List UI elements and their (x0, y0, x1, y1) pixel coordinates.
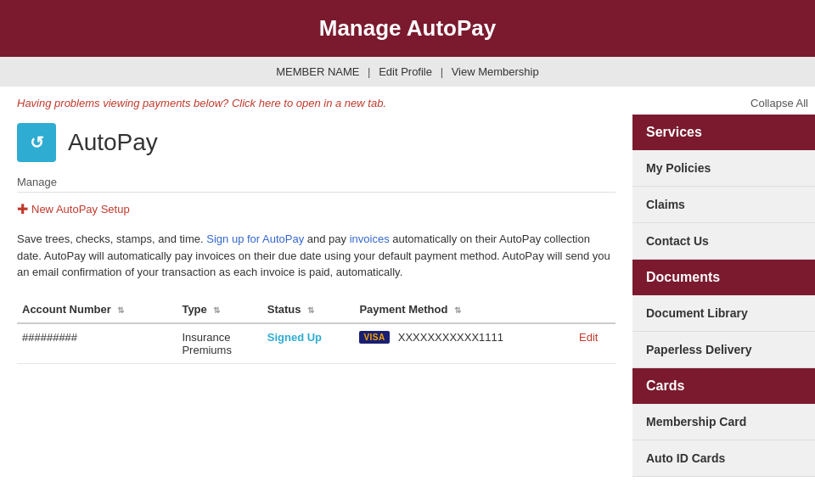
sort-icon-type[interactable]: ⇅ (213, 305, 220, 315)
new-autopay-label: New AutoPay Setup (31, 203, 130, 216)
sidebar-item-paperless-delivery-label: Paperless Delivery (646, 343, 752, 356)
sidebar-item-document-library-label: Document Library (646, 306, 748, 320)
autopay-icon-symbol: ↺ (30, 132, 44, 153)
sidebar-section-services-label: Services (646, 125, 702, 139)
separator-2: | (441, 65, 443, 78)
sort-icon-account[interactable]: ⇅ (117, 305, 124, 315)
sidebar-section-cards-label: Cards (646, 378, 684, 393)
col-payment-method: Payment Method ⇅ (354, 296, 574, 323)
sidebar-item-paperless-delivery[interactable]: Paperless Delivery (632, 332, 815, 368)
col-status: Status ⇅ (262, 296, 355, 323)
plus-icon: ✚ (17, 201, 28, 217)
edit-link[interactable]: Edit (579, 331, 598, 344)
invoices-link[interactable]: invoices (350, 232, 390, 245)
main-layout: Having problems viewing payments below? … (0, 87, 815, 484)
table-header-row: Account Number ⇅ Type ⇅ Status ⇅ Payment… (17, 296, 615, 323)
autopay-table: Account Number ⇅ Type ⇅ Status ⇅ Payment… (17, 296, 615, 364)
sidebar-item-contact-us-label: Contact Us (646, 234, 709, 248)
sidebar-item-auto-id-cards-label: Auto ID Cards (646, 451, 725, 465)
cell-type: Insurance Premiums (177, 323, 261, 364)
signup-link[interactable]: Sign up for AutoPay (206, 232, 304, 245)
view-membership-link[interactable]: View Membership (452, 65, 539, 78)
col-account-number: Account Number ⇅ (17, 296, 177, 323)
new-autopay-link[interactable]: ✚ New AutoPay Setup (17, 201, 130, 217)
problem-link[interactable]: Having problems viewing payments below? … (17, 97, 615, 109)
sidebar-section-documents-label: Documents (646, 270, 720, 284)
sidebar: Collapse All Services My Policies Claims… (632, 87, 815, 484)
type-line1: Insurance (182, 331, 230, 344)
sidebar-section-cards[interactable]: Cards (632, 368, 815, 404)
sort-icon-payment[interactable]: ⇅ (454, 305, 461, 315)
payment-cell: VISA XXXXXXXXXXX1111 (359, 331, 569, 344)
subheader-bar: MEMBER NAME | Edit Profile | View Member… (0, 57, 815, 87)
page-title: Manage AutoPay (0, 15, 815, 42)
col-type: Type ⇅ (177, 296, 261, 323)
sidebar-item-membership-card-label: Membership Card (646, 415, 746, 428)
manage-divider (17, 192, 615, 193)
autopay-header: ↺ AutoPay (17, 123, 615, 162)
collapse-all-button[interactable]: Collapse All (632, 93, 815, 115)
sidebar-item-claims[interactable]: Claims (632, 187, 815, 223)
page-header: Manage AutoPay (0, 0, 815, 57)
sidebar-section-documents[interactable]: Documents (632, 260, 815, 295)
table-row: ######### Insurance Premiums Signed Up V… (17, 323, 615, 364)
type-line2: Premiums (182, 344, 232, 356)
autopay-title: AutoPay (68, 129, 158, 156)
manage-label: Manage (17, 176, 615, 188)
main-content-area: Having problems viewing payments below? … (0, 87, 632, 484)
cell-account-number: ######### (17, 323, 177, 364)
sidebar-item-contact-us[interactable]: Contact Us (632, 223, 815, 260)
sidebar-item-membership-card[interactable]: Membership Card (632, 404, 815, 440)
card-number: XXXXXXXXXXX1111 (398, 331, 503, 344)
sidebar-item-my-policies-label: My Policies (646, 161, 711, 175)
member-name: MEMBER NAME (276, 65, 359, 78)
separator-1: | (368, 65, 370, 78)
edit-profile-link[interactable]: Edit Profile (379, 65, 432, 78)
col-actions (574, 296, 615, 323)
sidebar-section-services[interactable]: Services (632, 115, 815, 150)
visa-badge: VISA (359, 331, 389, 344)
sidebar-item-claims-label: Claims (646, 198, 685, 211)
sidebar-item-my-policies[interactable]: My Policies (632, 150, 815, 187)
autopay-description: Save trees, checks, stamps, and time. Si… (17, 231, 615, 281)
sidebar-item-document-library[interactable]: Document Library (632, 295, 815, 332)
sort-icon-status[interactable]: ⇅ (307, 305, 314, 315)
cell-edit: Edit (574, 323, 615, 364)
cell-payment-method: VISA XXXXXXXXXXX1111 (354, 323, 574, 364)
autopay-icon: ↺ (17, 123, 56, 162)
status-badge: Signed Up (267, 331, 322, 344)
cell-status: Signed Up (262, 323, 355, 364)
description-text: Save trees, checks, stamps, and time. Si… (17, 232, 610, 278)
sidebar-item-auto-id-cards[interactable]: Auto ID Cards (632, 440, 815, 477)
